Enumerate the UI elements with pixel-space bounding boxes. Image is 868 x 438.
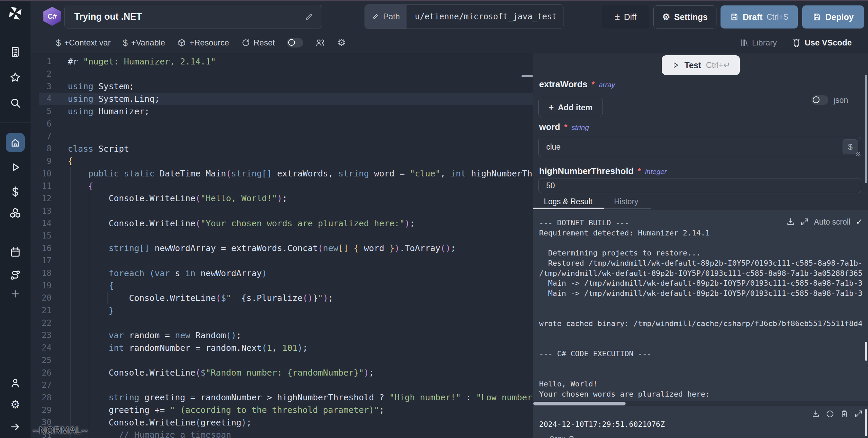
tab-logs-result[interactable]: Logs & Result bbox=[544, 197, 592, 206]
log-text: --- DOTNET BUILD --- Requirement detecte… bbox=[539, 218, 866, 401]
expand-logs-icon[interactable] bbox=[801, 218, 809, 226]
code-line[interactable]: 15 bbox=[31, 230, 533, 242]
sidebar-divider bbox=[0, 122, 31, 122]
code-line[interactable]: 14 Console.WriteLine("Your chosen words … bbox=[31, 217, 533, 230]
favorites-star-icon[interactable] bbox=[0, 72, 31, 83]
download-result-icon[interactable] bbox=[812, 410, 820, 418]
download-logs-icon[interactable] bbox=[786, 217, 795, 226]
code-line[interactable]: 2 bbox=[31, 68, 533, 80]
script-title-field[interactable]: Trying out .NET bbox=[64, 5, 322, 28]
code-line[interactable]: 21 } bbox=[31, 304, 533, 317]
code-line[interactable]: 1#r "nuget: Humanizer, 2.14.1" bbox=[31, 55, 533, 68]
code-line[interactable]: 28 string greeting = randomNumber > high… bbox=[31, 392, 533, 404]
copy-result-button[interactable]: Copy bbox=[549, 435, 575, 438]
auto-scroll-label: Auto scroll bbox=[814, 217, 850, 227]
dollar-icon: $ bbox=[56, 38, 61, 48]
code-line[interactable]: 6 bbox=[31, 117, 533, 130]
code-line[interactable]: 13 bbox=[31, 205, 533, 217]
code-line[interactable]: 9{ bbox=[31, 155, 533, 168]
code-line[interactable]: 8class Script bbox=[31, 142, 533, 155]
code-editor[interactable]: 1#r "nuget: Humanizer, 2.14.1"23using Sy… bbox=[31, 53, 533, 438]
settings-button[interactable]: ⚙ Settings bbox=[653, 5, 716, 28]
edit-pencil-icon[interactable] bbox=[305, 12, 314, 21]
draft-shortcut: Ctrl+S bbox=[767, 13, 789, 22]
editor-settings-gear-icon[interactable]: ⚙ bbox=[337, 38, 346, 47]
json-toggle-row: json bbox=[811, 95, 848, 105]
active-tab-underline bbox=[533, 208, 604, 209]
code-line[interactable]: 19 { bbox=[31, 279, 533, 292]
code-line[interactable]: 12 Console.WriteLine("Hello, World!"); bbox=[31, 192, 533, 205]
add-plus-icon[interactable] bbox=[0, 288, 31, 299]
result-scrollbar[interactable] bbox=[865, 409, 867, 436]
add-item-button[interactable]: + Add item bbox=[538, 98, 603, 117]
form-scrollbar[interactable] bbox=[865, 75, 867, 183]
add-variable-button[interactable]: $ +Variable bbox=[123, 38, 165, 48]
user-account-icon[interactable] bbox=[0, 377, 31, 389]
field-label-threshold: highNumberThreshold* integer bbox=[539, 166, 667, 176]
tab-history[interactable]: History bbox=[614, 197, 638, 206]
settings-gear-icon[interactable]: ⚙ bbox=[0, 399, 31, 410]
add-resource-button[interactable]: +Resource bbox=[177, 38, 229, 47]
expand-result-icon[interactable] bbox=[854, 410, 863, 418]
diff-icon: ± bbox=[615, 12, 620, 22]
windmill-logo[interactable] bbox=[0, 5, 31, 21]
code-line[interactable]: 31 // Humanize a timespan bbox=[31, 429, 533, 438]
code-line[interactable]: 17 bbox=[31, 254, 533, 267]
code-line[interactable]: 7 bbox=[31, 130, 533, 142]
variables-dollar-icon[interactable] bbox=[0, 186, 31, 197]
log-horizontal-scrollbar-thumb[interactable] bbox=[533, 402, 626, 405]
code-line[interactable]: 27 bbox=[31, 379, 533, 392]
split-resize-handle[interactable] bbox=[521, 75, 533, 77]
assistant-toggle[interactable] bbox=[287, 38, 303, 47]
code-line[interactable]: 25 bbox=[31, 354, 533, 367]
collapse-sidebar-arrow-icon[interactable] bbox=[0, 421, 31, 432]
path-field[interactable]: Path u/etienne/microsoft_java_test bbox=[364, 4, 564, 29]
resize-handle[interactable] bbox=[856, 152, 860, 156]
sidebar: ⚙ bbox=[0, 1, 31, 438]
sidebar-item-home[interactable] bbox=[0, 133, 31, 152]
threshold-input[interactable]: 50 bbox=[538, 178, 861, 193]
test-button[interactable]: Test Ctrl+↵ bbox=[662, 55, 740, 75]
clipboard-icon[interactable] bbox=[840, 410, 848, 418]
code-line[interactable]: 10 public static DateTime Main(string[] … bbox=[31, 167, 533, 180]
search-icon[interactable] bbox=[0, 97, 31, 109]
log-output-area[interactable]: --- DOTNET BUILD --- Requirement detecte… bbox=[533, 210, 868, 404]
result-value: 2024-12-10T17:29:51.6021076Z bbox=[539, 420, 665, 429]
auto-scroll-checkbox[interactable]: ✓ bbox=[856, 217, 863, 227]
use-vscode-button[interactable]: Use VScode bbox=[792, 38, 852, 47]
info-icon[interactable] bbox=[826, 410, 834, 418]
draft-button[interactable]: Draft Ctrl+S bbox=[721, 5, 798, 28]
deploy-button[interactable]: Deploy bbox=[802, 5, 864, 28]
schedules-calendar-icon[interactable] bbox=[0, 246, 31, 258]
log-horizontal-scrollbar[interactable] bbox=[533, 401, 868, 406]
code-line[interactable]: 5using Humanizer; bbox=[31, 105, 533, 118]
code-line[interactable]: 29 greeting += " (according to the thres… bbox=[31, 404, 533, 416]
multiplayer-users-icon[interactable] bbox=[315, 38, 325, 47]
code-line[interactable]: 18 foreach (var s in newWordArray) bbox=[31, 267, 533, 280]
code-line[interactable]: 24 int randomNumber = random.Next(1, 101… bbox=[31, 342, 533, 354]
reset-button[interactable]: Reset bbox=[241, 38, 275, 47]
diff-button[interactable]: ± Diff bbox=[602, 5, 649, 28]
code-line[interactable]: 16 string[] newWordArray = extraWords.Co… bbox=[31, 242, 533, 254]
code-line[interactable]: 4using System.Linq; bbox=[31, 93, 533, 105]
code-line[interactable]: 20 Console.WriteLine($" {s.Pluralize()}"… bbox=[31, 292, 533, 304]
flows-route-icon[interactable] bbox=[0, 269, 31, 281]
code-line[interactable]: 11 { bbox=[31, 180, 533, 192]
code-line[interactable]: 26 Console.WriteLine($"Random number: {r… bbox=[31, 366, 533, 379]
code-line[interactable]: 30 Console.WriteLine(greeting); bbox=[31, 416, 533, 429]
log-controls: Auto scroll ✓ bbox=[786, 217, 863, 227]
runs-play-icon[interactable] bbox=[0, 161, 31, 173]
resources-boxes-icon[interactable] bbox=[0, 207, 31, 218]
workspace-building-icon[interactable] bbox=[0, 46, 31, 58]
test-shortcut: Ctrl+↵ bbox=[706, 60, 730, 70]
code-line[interactable]: 22 bbox=[31, 317, 533, 329]
editor-toolbar: $ +Context var $ +Variable +Resource Res… bbox=[31, 33, 868, 53]
log-scrollbar[interactable] bbox=[865, 342, 867, 361]
json-toggle[interactable] bbox=[811, 95, 828, 105]
code-line[interactable]: 3using System; bbox=[31, 80, 533, 93]
copy-icon bbox=[569, 436, 575, 438]
code-line[interactable]: 23 var random = new Random(); bbox=[31, 329, 533, 342]
word-input[interactable]: clue $ bbox=[538, 137, 861, 157]
add-context-var-button[interactable]: $ +Context var bbox=[56, 38, 111, 48]
library-button[interactable]: Library bbox=[740, 38, 777, 47]
